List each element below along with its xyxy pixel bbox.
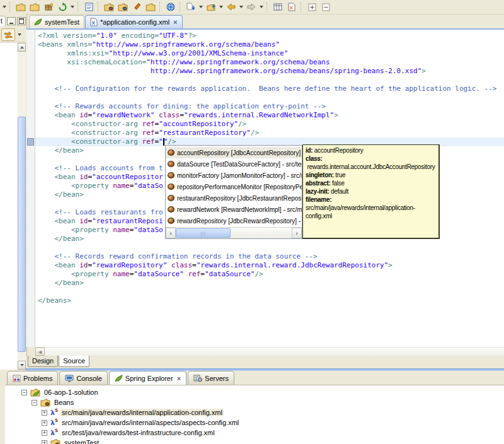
launch-button[interactable] [130, 1, 143, 13]
config-set-icon [50, 439, 60, 444]
back-dropdown[interactable] [239, 6, 243, 8]
back-button[interactable] [225, 1, 238, 13]
tab-spring-explorer[interactable]: Spring Explorer × [109, 371, 186, 385]
tree-label[interactable]: src/test/java/rewards/test-infrastructur… [60, 429, 216, 436]
collapse-all-button[interactable] [319, 1, 332, 13]
code-line[interactable]: <bean id="rewardRepository" class="rewar… [38, 261, 504, 270]
completion-item[interactable]: rewardRepository [JdbcRewardRepository] … [166, 215, 302, 226]
new-package-button[interactable] [42, 1, 55, 13]
spring-explorer-close-button[interactable]: × [177, 375, 181, 382]
tree-label[interactable]: src/main/java/rewards/internal/applicati… [60, 409, 224, 416]
left-panel-scrollbar[interactable] [18, 43, 26, 370]
grid-icon [273, 3, 282, 11]
code-line[interactable]: xmlns:xsi="http://www.w3.org/2001/XMLSch… [38, 49, 504, 58]
code-line[interactable]: <beans xmlns="http://www.springframework… [38, 40, 504, 49]
open-resource-button[interactable] [117, 1, 129, 13]
collapse-icon[interactable]: − [21, 390, 27, 395]
forward-dropdown[interactable] [260, 6, 263, 8]
code-line[interactable]: <!-- Records reward confirmation records… [38, 252, 504, 261]
popup-hscrollbar[interactable]: ‹ ||| › [166, 227, 302, 238]
go-up-dropdown[interactable] [219, 6, 223, 8]
editor-ruler[interactable] [26, 30, 35, 347]
last-edit-dropdown[interactable] [199, 6, 203, 8]
tree-row[interactable]: +λSsrc/main/java/rewards/internal/aspect… [5, 418, 504, 428]
doc-down-arrow-icon [186, 3, 195, 11]
editor-hscrollbar[interactable]: ◄ [35, 347, 504, 356]
code-line[interactable]: <constructor-arg ref="restaurantReposito… [38, 129, 504, 137]
left-panel-tab[interactable]: t [0, 16, 6, 26]
completion-item[interactable]: monitorFactory [JamonMonitorFactory] - s… [166, 170, 302, 181]
last-edit-location-button[interactable] [185, 1, 197, 13]
tab-design[interactable]: Design [28, 356, 58, 367]
completion-item[interactable]: rewardNetwork [RewardNetworkImpl] - src/… [166, 204, 302, 215]
view-menu-button[interactable] [18, 33, 21, 36]
completion-item-label: dataSource [TestDataSourceFactory] - src… [177, 161, 302, 168]
code-line[interactable]: <?xml version="1.0" encoding="UTF-8"?> [38, 32, 504, 40]
toolbar-separator [77, 2, 80, 12]
tree-row[interactable]: −06-aop-1-solution [5, 387, 504, 397]
refresh-button[interactable] [56, 1, 69, 13]
completion-item[interactable]: dataSource [TestDataSourceFactory] - src… [166, 158, 302, 170]
tree-label[interactable]: 06-aop-1-solution [43, 389, 100, 396]
xml-doc-button[interactable]: X [285, 1, 298, 13]
hscroll-left-button[interactable]: ◄ [35, 348, 45, 356]
collapse-icon[interactable]: − [32, 400, 37, 406]
popup-scroll-left-button[interactable]: ‹ [166, 228, 176, 238]
code-line[interactable]: xsi:schemaLocation="http://www.springfra… [38, 58, 504, 67]
tab-close-button[interactable]: × [173, 19, 177, 25]
scroll-thumb[interactable] [18, 117, 26, 352]
tree-row[interactable]: +systemTest [5, 438, 504, 444]
scroll-up-button[interactable] [18, 43, 26, 52]
tree-label[interactable]: systemTest [63, 439, 100, 444]
maximize-button[interactable] [17, 17, 26, 25]
popup-scroll-right-button[interactable]: › [292, 228, 302, 238]
code-line[interactable] [38, 243, 504, 252]
completion-item[interactable]: accountRepository [JdbcAccountRepository… [166, 147, 302, 158]
up-arrow-icon [20, 46, 24, 49]
code-line[interactable]: <!-- Rewards accounts for dining: the ap… [38, 102, 504, 111]
code-line[interactable]: <constructor-arg ref="accountRepository"… [38, 120, 504, 129]
new-wizard-button[interactable] [14, 1, 27, 13]
tree-row[interactable]: −Beans [5, 397, 504, 407]
forward-button[interactable] [245, 1, 258, 13]
expand-all-button[interactable] [306, 1, 318, 13]
code-line[interactable]: http://www.springframework.org/schema/be… [38, 67, 504, 76]
tab-source[interactable]: Source [59, 356, 89, 367]
expand-icon[interactable]: + [42, 440, 47, 444]
tab-systemtest[interactable]: systemTest [29, 15, 84, 28]
form-editor-button[interactable] [83, 1, 95, 13]
tab-servers[interactable]: Servers [188, 371, 234, 385]
code-line[interactable] [38, 93, 504, 102]
tab-problems[interactable]: Problems [7, 371, 58, 385]
expand-icon[interactable]: + [42, 410, 47, 416]
tree-row[interactable]: +λSsrc/test/java/rewards/test-infrastruc… [5, 428, 504, 438]
grid-view-button[interactable] [272, 1, 284, 13]
refresh-dropdown[interactable] [71, 6, 74, 8]
completion-item[interactable]: restaurantRepository [JdbcRestaurantRepo… [166, 192, 302, 204]
web-browser-button[interactable] [164, 1, 177, 13]
toolbar-dropdown[interactable] [3, 6, 6, 8]
package-star-icon [44, 3, 53, 11]
go-up-button[interactable] [205, 1, 217, 13]
code-line[interactable]: </bean> [38, 279, 504, 288]
code-line[interactable]: <bean id="rewardNetwork" class="rewards.… [38, 111, 504, 120]
tree-row[interactable]: +λSsrc/main/java/rewards/internal/applic… [5, 407, 504, 418]
expand-icon[interactable]: + [42, 430, 47, 436]
tree-label[interactable]: Beans [53, 399, 75, 406]
new-wizard-alt-button[interactable] [28, 1, 41, 13]
code-line[interactable]: <property name="dataSource" ref="dataSou… [38, 270, 504, 279]
minimize-button[interactable] [7, 17, 16, 25]
completion-item[interactable]: repositoryPerformanceMonitor [Repository… [166, 181, 302, 192]
code-line[interactable]: </beans> [38, 296, 504, 305]
code-line[interactable] [38, 288, 504, 296]
tab-console[interactable]: Console [59, 371, 107, 385]
open-folder-button[interactable] [144, 1, 157, 13]
tree-label[interactable]: src/main/java/rewards/internal/aspects/a… [60, 419, 240, 426]
expand-icon[interactable]: + [42, 420, 47, 426]
popup-scroll-thumb[interactable]: ||| [176, 228, 231, 238]
code-line[interactable] [38, 76, 504, 85]
code-line[interactable]: <!-- Configuration for the rewards appli… [38, 85, 504, 93]
tab-application-config-xml[interactable]: X *application-config.xml × [85, 15, 183, 28]
link-with-editor-button[interactable] [1, 28, 15, 41]
open-type-button[interactable] [103, 1, 115, 13]
